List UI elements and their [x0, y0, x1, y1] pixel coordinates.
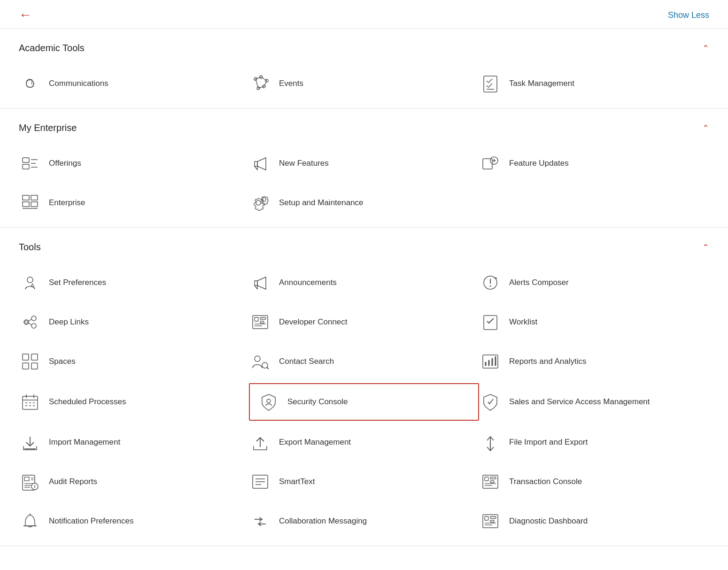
svg-rect-13	[23, 158, 29, 162]
set-preferences-label: Set Preferences	[49, 277, 106, 288]
transaction-console-label: Transaction Console	[509, 477, 582, 487]
svg-line-42	[29, 323, 31, 325]
contactsearch-icon	[249, 350, 271, 373]
scheduled-processes-label: Scheduled Processes	[49, 397, 126, 407]
svg-rect-27	[31, 202, 38, 207]
svg-rect-45	[255, 317, 258, 321]
nav-item-feature-updates[interactable]: Feature Updates	[479, 144, 709, 183]
chevron-academic[interactable]: ⌃	[702, 43, 709, 54]
nav-item-alerts-composer[interactable]: Alerts Composer	[479, 263, 709, 302]
events-label: Events	[279, 78, 303, 89]
nav-item-notification-preferences[interactable]: Notification Preferences	[19, 501, 249, 541]
smarttext-label: SmartText	[279, 477, 315, 487]
scheduled-icon	[19, 391, 41, 413]
show-less-link[interactable]: Show Less	[668, 10, 709, 20]
fileimport-icon	[479, 431, 502, 454]
nav-item-reports-analytics[interactable]: Reports and Analytics	[479, 342, 709, 381]
nav-item-developer-connect[interactable]: Developer Connect	[249, 302, 479, 342]
nav-item-communications[interactable]: Communications	[19, 64, 249, 103]
nav-item-set-preferences[interactable]: Set Preferences	[19, 263, 249, 302]
nav-item-file-import-export[interactable]: File Import and Export	[479, 423, 709, 462]
svg-rect-47	[260, 321, 264, 323]
alerts-icon	[479, 271, 502, 294]
feature-updates-icon	[479, 152, 502, 175]
svg-rect-11	[484, 76, 497, 92]
svg-point-73	[267, 399, 271, 403]
svg-line-32	[31, 284, 33, 286]
devconnect-icon	[249, 311, 271, 333]
svg-line-41	[29, 319, 31, 321]
nav-item-setup-maintenance[interactable]: Setup and Maintenance	[249, 183, 479, 223]
deep-links-label: Deep Links	[49, 317, 89, 327]
file-import-export-label: File Import and Export	[509, 437, 588, 447]
nav-item-contact-search[interactable]: Contact Search	[249, 342, 479, 381]
announcements-icon	[249, 271, 271, 294]
enterprise-icon	[19, 192, 41, 214]
nav-item-import-management[interactable]: Import Management	[19, 423, 249, 462]
developer-connect-label: Developer Connect	[279, 317, 348, 327]
feature-updates-label: Feature Updates	[509, 158, 569, 169]
svg-rect-92	[485, 477, 488, 481]
security-icon	[257, 391, 280, 413]
announcements-label: Announcements	[279, 277, 337, 288]
enterprise-label: Enterprise	[49, 198, 85, 208]
svg-line-57	[267, 367, 269, 369]
svg-line-10	[256, 79, 258, 88]
import-icon	[19, 431, 41, 454]
nav-item-new-features[interactable]: New Features	[249, 144, 479, 183]
chevron-enterprise[interactable]: ⌃	[702, 123, 709, 133]
svg-point-86	[34, 487, 35, 488]
security-console-label: Security Console	[287, 397, 348, 407]
nav-item-audit-reports[interactable]: Audit Reports	[19, 462, 249, 501]
nav-item-sales-service[interactable]: Sales and Service Access Management	[479, 381, 709, 423]
nav-item-events[interactable]: Events	[249, 64, 479, 103]
spaces-label: Spaces	[49, 356, 76, 367]
nav-item-diagnostic-dashboard[interactable]: Diagnostic Dashboard	[479, 501, 709, 541]
nav-item-task-management[interactable]: Task Management	[479, 64, 709, 103]
transactionconsole-icon	[479, 470, 502, 493]
nav-item-scheduled-processes[interactable]: Scheduled Processes	[19, 381, 249, 423]
auditreports-icon	[19, 470, 41, 493]
chevron-tools[interactable]: ⌃	[702, 242, 709, 253]
gears-icon	[249, 192, 271, 214]
svg-rect-53	[23, 363, 29, 369]
nav-item-deep-links[interactable]: Deep Links	[19, 302, 249, 342]
nav-item-enterprise[interactable]: Enterprise	[19, 183, 249, 223]
nav-item-transaction-console[interactable]: Transaction Console	[479, 462, 709, 501]
audit-reports-label: Audit Reports	[49, 477, 97, 487]
nav-item-spaces[interactable]: Spaces	[19, 342, 249, 381]
worklist-icon	[479, 311, 502, 333]
svg-line-19	[255, 166, 257, 170]
svg-rect-52	[31, 354, 38, 360]
offerings-icon	[19, 152, 41, 175]
new-features-label: New Features	[279, 158, 329, 169]
events-icon	[249, 72, 271, 95]
section-tools: Tools ⌃ Set Preferences	[0, 228, 728, 546]
nav-item-worklist[interactable]: Worklist	[479, 302, 709, 342]
section-academic-tools: Academic Tools ⌃ Communications	[0, 29, 728, 108]
svg-rect-26	[31, 195, 38, 200]
export-icon	[249, 431, 271, 454]
diagnosticdashboard-icon	[479, 510, 502, 532]
nav-item-collaboration-messaging[interactable]: Collaboration Messaging	[249, 501, 479, 541]
nav-item-export-management[interactable]: Export Management	[249, 423, 479, 462]
task-management-label: Task Management	[509, 78, 574, 89]
svg-line-7	[261, 77, 267, 81]
svg-point-55	[255, 356, 260, 362]
worklist-label: Worklist	[509, 317, 537, 327]
nav-item-offerings[interactable]: Offerings	[19, 144, 249, 183]
nav-item-security-console[interactable]: Security Console	[249, 383, 479, 421]
svg-rect-54	[31, 363, 38, 369]
notification-preferences-label: Notification Preferences	[49, 516, 133, 526]
svg-rect-46	[260, 317, 266, 319]
section-title-tools: Tools	[19, 242, 41, 253]
nav-item-announcements[interactable]: Announcements	[249, 263, 479, 302]
preferences-icon	[19, 271, 41, 294]
top-bar: ← Show Less	[0, 0, 728, 29]
back-arrow[interactable]: ←	[19, 8, 32, 22]
nav-item-smarttext[interactable]: SmartText	[249, 462, 479, 501]
communications-label: Communications	[49, 78, 108, 89]
deeplinks-icon	[19, 311, 41, 333]
svg-rect-78	[24, 477, 29, 481]
smarttext-icon	[249, 470, 271, 493]
